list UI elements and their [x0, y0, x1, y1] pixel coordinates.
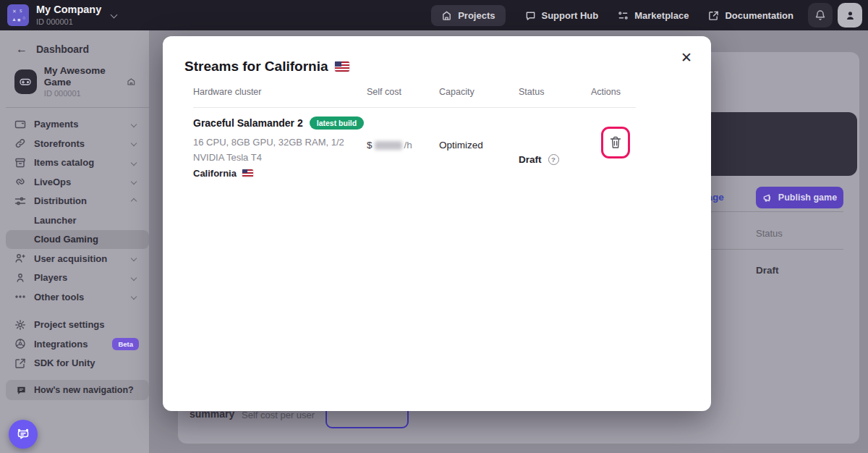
sidebar-item-cloud-gaming[interactable]: Cloud Gaming: [6, 230, 149, 250]
delete-stream-button[interactable]: [601, 127, 630, 158]
sidebar-item-label: User acquisition: [34, 253, 107, 264]
external-link-icon: [14, 357, 26, 369]
capacity-cell: Optimized: [430, 117, 510, 179]
chat-bubble-icon: [16, 385, 27, 396]
col-status: Status: [510, 87, 582, 97]
nav-support-hub-label: Support Hub: [542, 10, 599, 21]
user-icon: [844, 9, 856, 22]
sidebar-item-label: Integrations: [34, 339, 88, 350]
sidebar: ← Dashboard My Awesome Game ID 000001 Pa…: [0, 30, 149, 453]
us-flag-icon: [335, 62, 349, 72]
nav-projects-label: Projects: [458, 10, 495, 21]
account-button[interactable]: [838, 3, 862, 27]
publish-game-button[interactable]: Publish game: [756, 187, 843, 208]
cost-unit: /h: [404, 140, 412, 151]
projects-icon: [441, 10, 452, 21]
notifications-button[interactable]: [808, 3, 833, 27]
cluster-specs: 16 CPU, 8GB GPU, 32GB RAM, 1/2: [193, 135, 358, 150]
nav-marketplace[interactable]: Marketplace: [618, 10, 689, 21]
company-switcher[interactable]: My Company ID 000001: [36, 4, 101, 26]
sidebar-item-players[interactable]: Players: [0, 268, 149, 288]
sidebar-item-project-settings[interactable]: Project settings: [0, 316, 149, 335]
sidebar-item-label: SDK for Unity: [34, 357, 95, 368]
sidebar-item-other-tools[interactable]: Other tools: [0, 287, 149, 307]
back-label: Dashboard: [36, 43, 89, 55]
blurred-cost-value: [375, 141, 402, 150]
cost-currency: $: [367, 140, 373, 151]
table-header-divider: [193, 107, 636, 108]
modal-title-text: Streams for California: [184, 59, 328, 75]
top-bar: ✕s▲■○ My Company ID 000001 Projects Supp…: [0, 0, 868, 30]
chevron-down-icon: [131, 275, 137, 281]
sidebar-item-label: Other tools: [34, 292, 84, 302]
latest-build-badge: latest build: [310, 117, 364, 130]
home-icon[interactable]: [127, 77, 136, 87]
chevron-down-icon: [131, 179, 137, 185]
project-name: My Awesome Game: [44, 65, 127, 88]
info-icon[interactable]: ?: [548, 154, 559, 165]
chat-bubble-icon: [525, 10, 536, 21]
status-column-header: Status: [756, 228, 783, 239]
col-actions: Actions: [582, 87, 689, 97]
archive-icon: [14, 157, 26, 169]
whats-new-navigation-button[interactable]: How's new navigation?: [6, 380, 149, 400]
sidebar-item-label: Project settings: [34, 319, 105, 330]
sidebar-item-launcher[interactable]: Launcher: [0, 211, 149, 230]
streams-table: Hardware cluster Self cost Capacity Stat…: [184, 87, 689, 179]
sidebar-item-label: Storefronts: [34, 138, 85, 149]
card-icon: [14, 119, 26, 130]
megaphone-icon: [762, 192, 773, 203]
table-row: Graceful Salamander 2 latest build 16 CP…: [184, 117, 689, 179]
project-header[interactable]: My Awesome Game ID 000001: [14, 65, 149, 98]
sidebar-back-dashboard[interactable]: ← Dashboard: [0, 30, 149, 55]
status-value: Draft: [756, 265, 779, 276]
nav-documentation[interactable]: Documentation: [708, 10, 793, 21]
sidebar-item-label: Payments: [34, 119, 78, 130]
chat-widget-button[interactable]: [9, 420, 38, 449]
sidebar-item-distribution[interactable]: Distribution: [0, 192, 149, 211]
status-text: Draft: [519, 154, 542, 165]
self-cost-per-user-label: Self cost per user: [242, 410, 315, 420]
col-capacity: Capacity: [430, 87, 510, 97]
nav-support-hub[interactable]: Support Hub: [525, 10, 599, 21]
chevron-down-icon[interactable]: [111, 11, 118, 18]
sidebar-item-user-acquisition[interactable]: User acquisition: [0, 249, 149, 268]
hardware-cluster-cell: Graceful Salamander 2 latest build 16 CP…: [184, 117, 358, 179]
chevron-up-icon: [131, 198, 137, 204]
trash-icon: [610, 136, 621, 149]
sidebar-item-label: Items catalog: [34, 157, 94, 168]
topbar-icon-buttons: [808, 3, 862, 27]
nav-marketplace-label: Marketplace: [634, 10, 689, 21]
sidebar-item-label: Cloud Gaming: [34, 234, 98, 245]
sidebar-item-liveops[interactable]: LiveOps: [0, 172, 149, 192]
user-plus-icon: [14, 253, 26, 264]
sliders-icon: [14, 195, 26, 207]
sidebar-divider: [6, 107, 149, 108]
integrations-icon: [14, 338, 26, 350]
link-icon: [14, 137, 26, 149]
modal-title: Streams for California: [184, 59, 349, 75]
sidebar-item-sdk-for-unity[interactable]: SDK for Unity: [0, 354, 149, 373]
external-link-icon: [708, 10, 719, 21]
ellipsis-icon: [14, 291, 26, 302]
streams-modal: ✕ Streams for California Hardware cluste…: [163, 36, 711, 411]
loop-icon: [14, 176, 26, 187]
sidebar-item-items-catalog[interactable]: Items catalog: [0, 153, 149, 173]
company-logo[interactable]: ✕s▲■○: [7, 4, 29, 26]
cluster-name: Graceful Salamander 2: [193, 117, 303, 129]
top-nav: Projects Support Hub Marketplace Documen…: [431, 5, 793, 26]
nav-projects[interactable]: Projects: [431, 5, 505, 26]
col-self-cost: Self cost: [358, 87, 430, 97]
sidebar-item-label: Distribution: [34, 195, 87, 206]
cluster-location: California: [193, 168, 237, 179]
sidebar-item-payments[interactable]: Payments: [0, 115, 149, 135]
sidebar-item-storefronts[interactable]: Storefronts: [0, 134, 149, 153]
cluster-gpu: NVIDIA Tesla T4: [193, 150, 358, 165]
company-id: ID 000001: [36, 17, 101, 26]
us-flag-icon: [242, 169, 253, 177]
close-icon[interactable]: ✕: [676, 46, 697, 69]
company-name: My Company: [36, 4, 101, 16]
chevron-down-icon: [131, 140, 137, 146]
chevron-down-icon: [131, 160, 137, 166]
sidebar-item-integrations[interactable]: Integrations Beta: [0, 334, 149, 354]
